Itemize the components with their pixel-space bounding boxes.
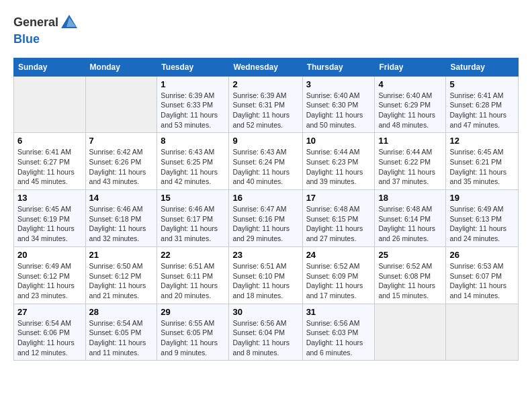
calendar-cell: 19Sunrise: 6:49 AM Sunset: 6:13 PM Dayli… [446, 190, 519, 247]
day-info: Sunrise: 6:41 AM Sunset: 6:27 PM Dayligh… [17, 147, 82, 187]
calendar-cell: 21Sunrise: 6:50 AM Sunset: 6:12 PM Dayli… [85, 246, 157, 304]
calendar-header: SundayMondayTuesdayWednesdayThursdayFrid… [14, 58, 519, 76]
calendar-week-3: 20Sunrise: 6:49 AM Sunset: 6:12 PM Dayli… [14, 246, 519, 304]
day-info: Sunrise: 6:56 AM Sunset: 6:03 PM Dayligh… [306, 318, 371, 358]
calendar-cell [14, 76, 86, 133]
day-number: 23 [232, 250, 298, 260]
day-number: 17 [306, 193, 371, 203]
day-info: Sunrise: 6:48 AM Sunset: 6:15 PM Dayligh… [306, 204, 371, 244]
logo-general-text: General [13, 15, 58, 29]
day-number: 1 [161, 79, 225, 89]
calendar-cell: 29Sunrise: 6:55 AM Sunset: 6:05 PM Dayli… [157, 304, 229, 361]
calendar-cell: 22Sunrise: 6:51 AM Sunset: 6:11 PM Dayli… [157, 246, 229, 304]
day-number: 20 [17, 250, 82, 260]
day-info: Sunrise: 6:44 AM Sunset: 6:23 PM Dayligh… [306, 147, 371, 187]
weekday-header-monday: Monday [85, 58, 157, 76]
day-info: Sunrise: 6:40 AM Sunset: 6:30 PM Dayligh… [306, 91, 371, 130]
day-number: 8 [161, 136, 225, 146]
weekday-header-saturday: Saturday [446, 58, 519, 76]
calendar-cell [375, 304, 446, 361]
day-info: Sunrise: 6:41 AM Sunset: 6:28 PM Dayligh… [449, 91, 515, 130]
day-number: 25 [378, 250, 442, 260]
day-number: 24 [306, 250, 371, 260]
day-number: 29 [161, 307, 225, 317]
day-info: Sunrise: 6:45 AM Sunset: 6:19 PM Dayligh… [17, 204, 82, 244]
calendar-cell: 10Sunrise: 6:44 AM Sunset: 6:23 PM Dayli… [302, 133, 375, 190]
day-info: Sunrise: 6:49 AM Sunset: 6:12 PM Dayligh… [17, 261, 82, 301]
calendar-cell: 1Sunrise: 6:39 AM Sunset: 6:33 PM Daylig… [157, 76, 229, 133]
calendar-week-4: 27Sunrise: 6:54 AM Sunset: 6:06 PM Dayli… [14, 304, 519, 361]
day-info: Sunrise: 6:39 AM Sunset: 6:33 PM Dayligh… [161, 91, 225, 130]
day-number: 15 [161, 193, 225, 203]
day-info: Sunrise: 6:46 AM Sunset: 6:18 PM Dayligh… [89, 204, 154, 244]
weekday-header-tuesday: Tuesday [157, 58, 229, 76]
day-info: Sunrise: 6:51 AM Sunset: 6:10 PM Dayligh… [232, 261, 298, 301]
day-info: Sunrise: 6:44 AM Sunset: 6:22 PM Dayligh… [378, 147, 442, 187]
day-number: 28 [89, 307, 154, 317]
calendar-week-2: 13Sunrise: 6:45 AM Sunset: 6:19 PM Dayli… [14, 190, 519, 247]
weekday-header-wednesday: Wednesday [229, 58, 302, 76]
calendar-cell: 26Sunrise: 6:53 AM Sunset: 6:07 PM Dayli… [446, 246, 519, 304]
calendar-cell: 31Sunrise: 6:56 AM Sunset: 6:03 PM Dayli… [302, 304, 375, 361]
calendar-cell: 5Sunrise: 6:41 AM Sunset: 6:28 PM Daylig… [446, 76, 519, 133]
calendar-cell: 13Sunrise: 6:45 AM Sunset: 6:19 PM Dayli… [14, 190, 86, 247]
page-header: General Blue [13, 13, 519, 47]
day-info: Sunrise: 6:43 AM Sunset: 6:24 PM Dayligh… [232, 147, 298, 187]
day-number: 21 [89, 250, 154, 260]
day-number: 7 [89, 136, 154, 146]
day-number: 22 [161, 250, 225, 260]
day-info: Sunrise: 6:56 AM Sunset: 6:04 PM Dayligh… [232, 318, 298, 358]
weekday-header-sunday: Sunday [14, 58, 86, 76]
day-number: 12 [449, 136, 515, 146]
day-info: Sunrise: 6:48 AM Sunset: 6:14 PM Dayligh… [378, 204, 442, 244]
day-number: 4 [378, 79, 442, 89]
day-info: Sunrise: 6:54 AM Sunset: 6:06 PM Dayligh… [17, 318, 82, 358]
day-number: 2 [232, 79, 298, 89]
day-number: 6 [17, 136, 82, 146]
calendar-cell: 18Sunrise: 6:48 AM Sunset: 6:14 PM Dayli… [375, 190, 446, 247]
day-number: 11 [378, 136, 442, 146]
calendar-cell: 16Sunrise: 6:47 AM Sunset: 6:16 PM Dayli… [229, 190, 302, 247]
day-info: Sunrise: 6:40 AM Sunset: 6:29 PM Dayligh… [378, 91, 442, 130]
day-info: Sunrise: 6:46 AM Sunset: 6:17 PM Dayligh… [161, 204, 225, 244]
calendar-cell: 6Sunrise: 6:41 AM Sunset: 6:27 PM Daylig… [14, 133, 86, 190]
day-info: Sunrise: 6:49 AM Sunset: 6:13 PM Dayligh… [449, 204, 515, 244]
day-number: 14 [89, 193, 154, 203]
calendar-cell: 17Sunrise: 6:48 AM Sunset: 6:15 PM Dayli… [302, 190, 375, 247]
calendar-week-1: 6Sunrise: 6:41 AM Sunset: 6:27 PM Daylig… [14, 133, 519, 190]
day-number: 16 [232, 193, 298, 203]
day-info: Sunrise: 6:55 AM Sunset: 6:05 PM Dayligh… [161, 318, 225, 358]
calendar-body: 1Sunrise: 6:39 AM Sunset: 6:33 PM Daylig… [14, 76, 519, 361]
calendar-cell: 9Sunrise: 6:43 AM Sunset: 6:24 PM Daylig… [229, 133, 302, 190]
calendar-cell: 20Sunrise: 6:49 AM Sunset: 6:12 PM Dayli… [14, 246, 86, 304]
day-info: Sunrise: 6:52 AM Sunset: 6:09 PM Dayligh… [306, 261, 371, 301]
calendar-table: SundayMondayTuesdayWednesdayThursdayFrid… [13, 58, 519, 361]
calendar-cell: 23Sunrise: 6:51 AM Sunset: 6:10 PM Dayli… [229, 246, 302, 304]
calendar-cell [446, 304, 519, 361]
calendar-cell: 4Sunrise: 6:40 AM Sunset: 6:29 PM Daylig… [375, 76, 446, 133]
calendar-cell: 7Sunrise: 6:42 AM Sunset: 6:26 PM Daylig… [85, 133, 157, 190]
weekday-header-friday: Friday [375, 58, 446, 76]
day-number: 9 [232, 136, 298, 146]
day-info: Sunrise: 6:45 AM Sunset: 6:21 PM Dayligh… [449, 147, 515, 187]
calendar-cell: 3Sunrise: 6:40 AM Sunset: 6:30 PM Daylig… [302, 76, 375, 133]
calendar-cell: 25Sunrise: 6:52 AM Sunset: 6:08 PM Dayli… [375, 246, 446, 304]
day-number: 13 [17, 193, 82, 203]
day-info: Sunrise: 6:43 AM Sunset: 6:25 PM Dayligh… [161, 147, 225, 187]
day-number: 30 [232, 307, 298, 317]
calendar-week-0: 1Sunrise: 6:39 AM Sunset: 6:33 PM Daylig… [14, 76, 519, 133]
day-info: Sunrise: 6:39 AM Sunset: 6:31 PM Dayligh… [232, 91, 298, 130]
day-info: Sunrise: 6:53 AM Sunset: 6:07 PM Dayligh… [449, 261, 515, 301]
day-number: 19 [449, 193, 515, 203]
weekday-header-thursday: Thursday [302, 58, 375, 76]
calendar-cell: 24Sunrise: 6:52 AM Sunset: 6:09 PM Dayli… [302, 246, 375, 304]
calendar-cell: 15Sunrise: 6:46 AM Sunset: 6:17 PM Dayli… [157, 190, 229, 247]
day-info: Sunrise: 6:52 AM Sunset: 6:08 PM Dayligh… [378, 261, 442, 301]
calendar-cell: 2Sunrise: 6:39 AM Sunset: 6:31 PM Daylig… [229, 76, 302, 133]
logo-blue-text: Blue [13, 32, 40, 46]
day-info: Sunrise: 6:42 AM Sunset: 6:26 PM Dayligh… [89, 147, 154, 187]
logo: General Blue [13, 13, 79, 47]
weekday-row: SundayMondayTuesdayWednesdayThursdayFrid… [14, 58, 519, 76]
day-number: 10 [306, 136, 371, 146]
day-info: Sunrise: 6:47 AM Sunset: 6:16 PM Dayligh… [232, 204, 298, 244]
